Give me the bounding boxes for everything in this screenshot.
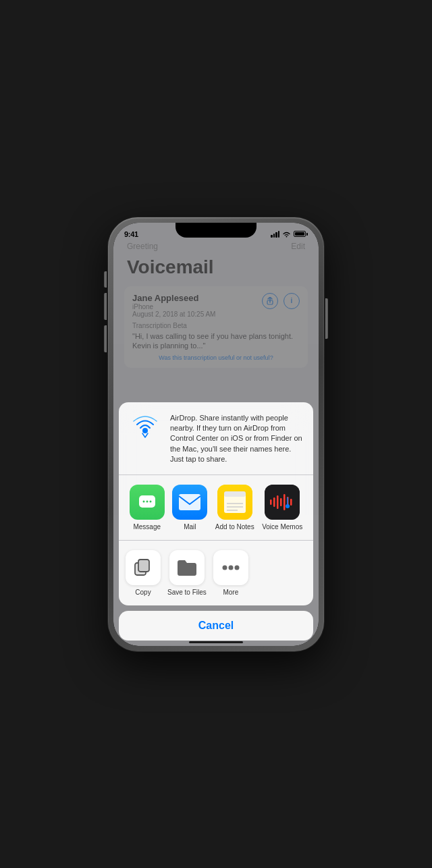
svg-point-27 bbox=[228, 565, 233, 570]
notes-label: Add to Notes bbox=[215, 523, 254, 531]
share-app-messages[interactable]: Message bbox=[130, 485, 165, 531]
mail-icon bbox=[172, 485, 207, 520]
more-label: More bbox=[223, 589, 238, 596]
messages-icon bbox=[130, 485, 165, 520]
svg-rect-16 bbox=[273, 497, 275, 507]
status-time: 9:41 bbox=[124, 230, 138, 238]
copy-icon bbox=[126, 550, 161, 585]
files-label: Save to Files bbox=[167, 589, 207, 596]
mail-label: Mail bbox=[184, 523, 196, 531]
svg-point-1 bbox=[142, 428, 148, 433]
airdrop-description: AirDrop. Share instantly with people nea… bbox=[170, 412, 304, 465]
notes-icon bbox=[217, 485, 252, 520]
messages-label: Message bbox=[133, 523, 161, 531]
svg-rect-14 bbox=[265, 485, 300, 520]
wifi-icon bbox=[282, 231, 291, 238]
action-copy[interactable]: Copy bbox=[126, 550, 161, 596]
svg-point-26 bbox=[222, 565, 227, 570]
actions-section: Copy Save to Files bbox=[119, 541, 313, 605]
battery-icon bbox=[294, 231, 308, 237]
airdrop-section: AirDrop. Share instantly with people nea… bbox=[119, 402, 313, 475]
voicememos-icon bbox=[265, 485, 300, 520]
files-icon bbox=[169, 550, 205, 585]
notch bbox=[176, 223, 256, 238]
share-sheet: AirDrop. Share instantly with people nea… bbox=[113, 402, 319, 646]
cancel-button[interactable]: Cancel bbox=[119, 611, 313, 641]
svg-rect-17 bbox=[277, 495, 279, 509]
action-files[interactable]: Save to Files bbox=[167, 550, 207, 596]
more-icon bbox=[213, 550, 248, 585]
apps-row: Message Mail bbox=[126, 485, 306, 531]
share-main-card: AirDrop. Share instantly with people nea… bbox=[119, 402, 313, 605]
voicememos-label: Voice Memos bbox=[262, 523, 302, 531]
cancel-label: Cancel bbox=[198, 620, 234, 632]
share-app-notes[interactable]: Add to Notes bbox=[215, 485, 254, 531]
home-indicator bbox=[189, 641, 243, 643]
status-icons bbox=[271, 231, 308, 238]
svg-rect-7 bbox=[179, 494, 200, 510]
apps-section: Message Mail bbox=[119, 475, 313, 541]
svg-rect-21 bbox=[290, 499, 292, 506]
action-more[interactable]: More bbox=[213, 550, 248, 596]
svg-point-6 bbox=[149, 500, 151, 502]
svg-point-5 bbox=[146, 500, 148, 502]
svg-rect-10 bbox=[224, 491, 246, 497]
svg-rect-18 bbox=[280, 498, 282, 506]
svg-rect-25 bbox=[138, 560, 149, 572]
copy-label: Copy bbox=[135, 589, 151, 596]
share-app-voicememos[interactable]: Voice Memos bbox=[262, 485, 302, 531]
svg-rect-15 bbox=[270, 499, 272, 505]
svg-point-4 bbox=[142, 500, 144, 502]
svg-point-22 bbox=[286, 504, 290, 508]
svg-rect-19 bbox=[284, 494, 286, 510]
svg-point-28 bbox=[234, 565, 239, 570]
actions-row: Copy Save to Files bbox=[126, 550, 306, 596]
share-app-mail[interactable]: Mail bbox=[172, 485, 207, 531]
airdrop-icon bbox=[128, 412, 162, 445]
signal-icon bbox=[271, 231, 279, 238]
